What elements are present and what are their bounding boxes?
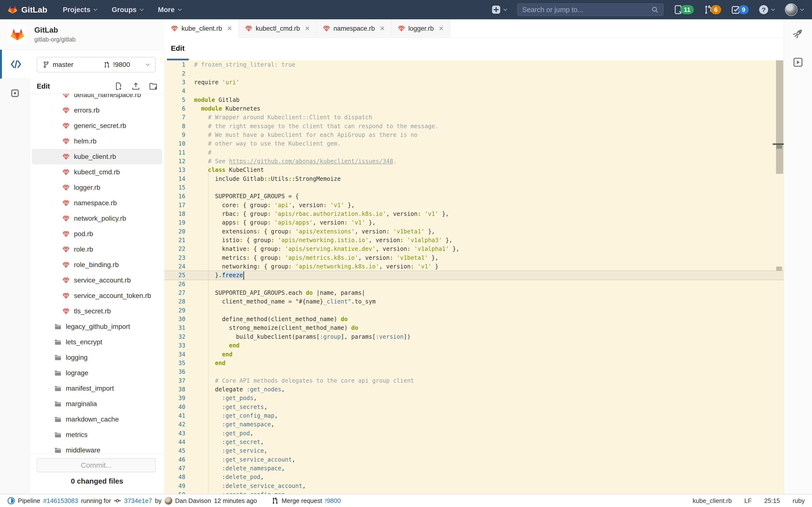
code-text: end: [185, 351, 233, 358]
folder-icon: [54, 432, 61, 438]
tree-item-network_policy.rb[interactable]: network_policy.rb: [32, 211, 162, 226]
line-number: 47: [164, 465, 185, 472]
tree-item-errors.rb[interactable]: errors.rb: [32, 103, 162, 118]
tab-close-icon[interactable]: ✕: [305, 25, 310, 32]
line-number: 22: [164, 245, 185, 252]
folder-icon: [54, 416, 61, 423]
tab-kube_client.rb[interactable]: kube_client.rb✕: [164, 19, 239, 38]
line-number: 4: [164, 88, 185, 95]
project-avatar[interactable]: [7, 24, 28, 45]
line-number: 2: [164, 70, 185, 77]
branch-selector[interactable]: master !9800: [37, 57, 156, 72]
tab-logger.rb[interactable]: logger.rb✕: [392, 19, 451, 38]
code-line-13: 13 class KubeClient: [164, 166, 784, 174]
issues-button[interactable]: 11: [673, 4, 694, 15]
navbar-menu-more[interactable]: More: [158, 6, 182, 14]
tree-item-pod.rb[interactable]: pod.rb: [32, 226, 162, 242]
navbar-menu-label: More: [158, 6, 174, 14]
code-text: # Wrapper around Kubeclient::Client to d…: [185, 114, 372, 121]
tree-item-namespace.rb[interactable]: namespace.rb: [32, 195, 162, 211]
tree-item-kube_client.rb[interactable]: kube_client.rb: [32, 149, 162, 164]
editor-scrollbar[interactable]: [776, 60, 783, 174]
tree-item-markdown_cache[interactable]: markdown_cache: [32, 412, 162, 427]
code-line-22: 22 knative: { group: 'apis/serving.knati…: [164, 244, 784, 253]
tab-strip: kube_client.rb✕kubectl_cmd.rb✕namespace.…: [164, 19, 784, 38]
new-folder-icon[interactable]: [149, 82, 158, 90]
pipeline-label: Pipeline: [18, 497, 40, 505]
tree-item-marginalia[interactable]: marginalia: [32, 396, 162, 412]
line-number: 6: [164, 105, 185, 112]
tree-item-logging[interactable]: logging: [32, 350, 162, 365]
pipeline-id-link[interactable]: #146153083: [43, 497, 78, 505]
tree-item-tls_secret.rb[interactable]: tls_secret.rb: [32, 303, 162, 319]
tree-item-generic_secret.rb[interactable]: generic_secret.rb: [32, 118, 162, 133]
code-line-8: 8 # the right message to the client that…: [164, 122, 784, 130]
tab-close-icon[interactable]: ✕: [439, 25, 444, 32]
tree-item-service_account.rb[interactable]: service_account.rb: [32, 273, 162, 288]
tree-item-manifest_import[interactable]: manifest_import: [32, 381, 162, 396]
code-text: :get_namespace,: [185, 421, 274, 428]
commit-button[interactable]: Commit...: [37, 458, 156, 472]
tree-item-lograge[interactable]: lograge: [32, 365, 162, 381]
tree-item-middleware[interactable]: middleware: [32, 443, 162, 454]
code-text: :create_config_map,: [185, 491, 288, 494]
code-line-5: 5module Gitlab: [164, 95, 784, 104]
tree-item-default_namespace.rb[interactable]: default_namespace.rb: [32, 94, 162, 103]
live-preview-icon[interactable]: [793, 57, 803, 68]
status-language[interactable]: ruby: [793, 497, 805, 505]
tree-item-role.rb[interactable]: role.rb: [32, 242, 162, 257]
code-line-23: 23 metrics: { group: 'apis/metrics.k8s.i…: [164, 253, 784, 262]
code-line-37: 37 # Core API methods delegates to the c…: [164, 376, 784, 385]
upload-file-icon[interactable]: [132, 82, 140, 90]
author-name: Dan Davison: [175, 497, 211, 505]
navbar-menu-groups[interactable]: Groups: [112, 6, 144, 14]
tree-item-helm.rb[interactable]: helm.rb: [32, 133, 162, 149]
tab-edit-mode[interactable]: Edit: [171, 44, 185, 52]
folder-icon: [54, 354, 61, 361]
status-cursor-position[interactable]: 25:15: [764, 497, 780, 505]
merge-requests-button[interactable]: 6: [704, 4, 721, 15]
code-text: end: [185, 360, 225, 367]
tree-item-kubectl_cmd.rb[interactable]: kubectl_cmd.rb: [32, 164, 162, 180]
status-eol[interactable]: LF: [744, 497, 752, 505]
gitlab-logo-icon[interactable]: [8, 5, 17, 14]
tree-item-metrics[interactable]: metrics: [32, 427, 162, 443]
brand-title[interactable]: GitLab: [21, 5, 47, 14]
code-line-43: 43 :get_pod,: [164, 429, 784, 438]
tree-item-label: helm.rb: [74, 137, 96, 145]
tree-item-logger.rb[interactable]: logger.rb: [32, 180, 162, 195]
new-file-icon[interactable]: [114, 82, 122, 90]
tree-item-label: legacy_github_import: [66, 323, 130, 331]
code-line-20: 20 extensions: { group: 'apis/extensions…: [164, 227, 784, 236]
tree-item-role_binding.rb[interactable]: role_binding.rb: [32, 257, 162, 273]
tree-item-lets_encrypt[interactable]: lets_encrypt: [32, 334, 162, 350]
folder-icon: [54, 385, 61, 392]
ruby-file-icon: [62, 137, 69, 145]
tab-close-icon[interactable]: ✕: [227, 25, 232, 32]
code-text: :get_secrets,: [185, 404, 267, 410]
tab-namespace.rb[interactable]: namespace.rb✕: [317, 19, 392, 38]
line-number: 38: [164, 386, 185, 393]
user-menu-button[interactable]: [785, 3, 804, 16]
tree-item-service_account_token.rb[interactable]: service_account_token.rb: [32, 288, 162, 303]
rail-edit-item[interactable]: [0, 50, 30, 79]
code-line-16: 16 SUPPORTED_API_GROUPS = {: [164, 192, 784, 201]
new-menu-button[interactable]: [491, 5, 507, 15]
code-line-40: 40 :get_secrets,: [164, 402, 784, 411]
code-line-44: 44 :get_secret,: [164, 438, 784, 446]
search-input[interactable]: [522, 6, 651, 14]
help-menu-button[interactable]: ?: [758, 4, 775, 15]
tab-close-icon[interactable]: ✕: [379, 25, 385, 32]
todos-button[interactable]: 9: [731, 5, 749, 15]
code-text: :delete_namespace,: [185, 465, 285, 472]
rail-commit-item[interactable]: [0, 79, 30, 108]
commit-sha-link[interactable]: 3734e1e7: [124, 497, 152, 505]
mr-ref-link[interactable]: !9800: [325, 497, 341, 505]
pipelines-icon[interactable]: [793, 28, 803, 39]
line-number: 5: [164, 97, 185, 103]
line-number: 23: [164, 255, 185, 261]
code-editor[interactable]: 1# frozen_string_literal: true23require …: [164, 60, 784, 494]
tree-item-legacy_github_import[interactable]: legacy_github_import: [32, 319, 162, 334]
tab-kubectl_cmd.rb[interactable]: kubectl_cmd.rb✕: [239, 19, 317, 38]
navbar-menu-projects[interactable]: Projects: [63, 6, 98, 14]
